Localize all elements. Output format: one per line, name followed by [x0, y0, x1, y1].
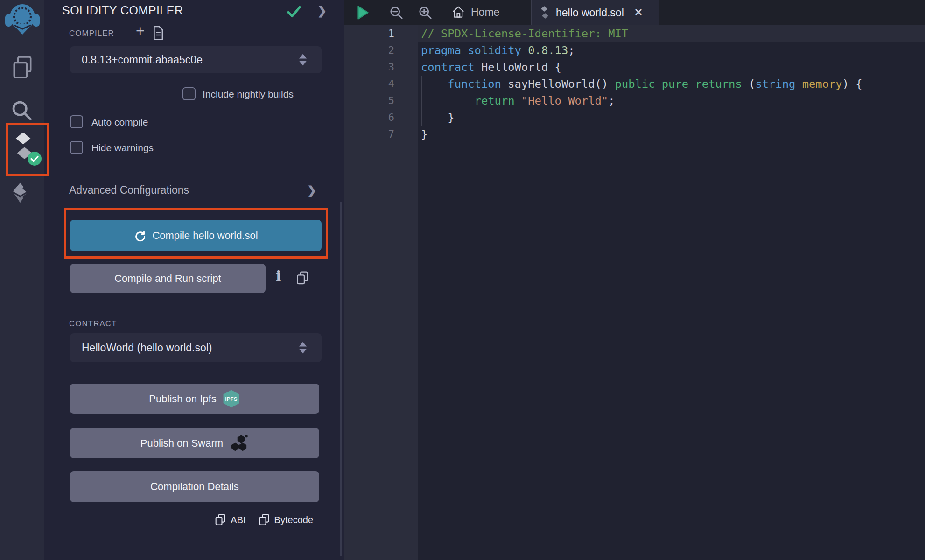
info-icon[interactable]: i: [276, 268, 281, 284]
compile-and-run-button[interactable]: Compile and Run script: [70, 264, 266, 293]
code-lines[interactable]: // SPDX-License-Identifier: MITpragma so…: [418, 25, 862, 143]
zoom-in-button[interactable]: [418, 5, 433, 22]
code-line[interactable]: pragma solidity 0.8.13;: [421, 42, 862, 59]
line-number[interactable]: 7: [344, 126, 394, 143]
compile-button[interactable]: Compile hello world.sol: [70, 220, 322, 251]
compiler-doc-button[interactable]: [152, 26, 164, 42]
solidity-file-icon: [540, 6, 549, 20]
advanced-chevron-icon[interactable]: ❯: [307, 184, 316, 197]
compiler-section-label: COMPILER: [69, 29, 114, 38]
code-line[interactable]: return "Hello World";: [421, 92, 862, 109]
zoom-in-icon: [418, 5, 433, 21]
panel-title: SOLIDITY COMPILER: [62, 4, 183, 17]
home-icon: [451, 5, 465, 19]
solidity-compiler-panel: SOLIDITY COMPILER ❯ COMPILER + 0.8.13+co…: [44, 0, 344, 560]
remix-ide-window: SOLIDITY COMPILER ❯ COMPILER + 0.8.13+co…: [0, 0, 925, 560]
line-number[interactable]: 5: [344, 92, 394, 109]
search-button[interactable]: [9, 98, 35, 123]
advanced-configurations-toggle[interactable]: Advanced Configurations: [69, 184, 189, 196]
check-icon: [286, 5, 302, 19]
code-line[interactable]: function sayHelloWorld() public pure ret…: [421, 76, 862, 92]
abi-bytecode-row: ABI Bytecode: [214, 513, 313, 526]
compiled-check: [286, 5, 302, 21]
remix-logo-icon: [5, 2, 40, 35]
include-nightly-checkbox[interactable]: [182, 87, 196, 100]
contract-select-value: HelloWorld (hello world.sol): [82, 342, 212, 354]
auto-compile-checkbox[interactable]: [70, 115, 83, 128]
swarm-icon: [229, 434, 249, 453]
editor-tabbar: Home hello world.sol ✕: [344, 0, 925, 25]
compiler-version-value: 0.8.13+commit.abaa5c0e: [82, 54, 203, 66]
publish-swarm-button[interactable]: Publish on Swarm: [70, 428, 319, 458]
zoom-out-icon: [389, 5, 404, 21]
contract-section-label: CONTRACT: [69, 319, 117, 329]
tab-home-label: Home: [471, 6, 499, 19]
code-line[interactable]: }: [421, 126, 862, 143]
line-number[interactable]: 3: [344, 59, 394, 76]
abi-label: ABI: [231, 515, 245, 525]
tab-home[interactable]: Home: [451, 5, 499, 19]
publish-ipfs-button[interactable]: Publish on Ipfs IPFS: [70, 384, 319, 414]
tab-file-label: hello world.sol: [556, 7, 624, 19]
file-explorer-button[interactable]: [10, 54, 35, 81]
copy-run-script-button[interactable]: [295, 271, 309, 287]
tab-hello-world-sol[interactable]: hello world.sol ✕: [531, 0, 659, 25]
document-icon: [152, 26, 164, 41]
activity-bar: [0, 0, 45, 560]
bytecode-label: Bytecode: [274, 515, 313, 525]
search-icon: [10, 98, 34, 123]
play-icon: [356, 5, 370, 21]
editor-area: Home hello world.sol ✕ 1234567 // SPDX-L…: [344, 0, 925, 560]
zoom-out-button[interactable]: [389, 5, 404, 22]
remix-logo[interactable]: [4, 2, 41, 35]
refresh-icon: [133, 229, 146, 242]
add-compiler-plus-icon[interactable]: +: [136, 22, 145, 40]
auto-compile-label: Auto compile: [91, 117, 148, 128]
contract-select[interactable]: HelloWorld (hello world.sol): [70, 333, 322, 362]
deploy-run-icon: [10, 182, 34, 204]
panel-collapse-chevron-icon[interactable]: ❯: [317, 4, 327, 17]
code-line[interactable]: contract HelloWorld {: [421, 59, 862, 76]
line-number[interactable]: 4: [344, 76, 394, 92]
file-explorer-icon: [11, 55, 34, 81]
copy-icon: [295, 271, 309, 286]
copy-bytecode-button[interactable]: Bytecode: [258, 513, 313, 526]
compile-button-label: Compile hello world.sol: [152, 230, 258, 242]
check-badge-icon: [27, 151, 42, 166]
line-number[interactable]: 2: [344, 42, 394, 59]
compilation-details-button[interactable]: Compilation Details: [70, 471, 319, 502]
hide-warnings-label: Hide warnings: [91, 142, 154, 154]
run-script-button[interactable]: [356, 5, 370, 22]
copy-icon: [258, 513, 270, 526]
copy-abi-button[interactable]: ABI: [214, 513, 245, 526]
line-number[interactable]: 1: [344, 25, 394, 42]
publish-swarm-label: Publish on Swarm: [140, 437, 223, 449]
compile-success-badge: [27, 151, 42, 166]
deploy-run-button[interactable]: [10, 181, 34, 204]
ipfs-badge-icon: IPFS: [223, 390, 240, 408]
panel-scrollbar[interactable]: [340, 202, 342, 556]
include-nightly-label: Include nightly builds: [203, 89, 294, 100]
compiler-version-select[interactable]: 0.8.13+commit.abaa5c0e: [70, 46, 322, 73]
code-line[interactable]: }: [421, 109, 862, 126]
select-updown-icon: [299, 342, 307, 354]
code-line[interactable]: // SPDX-License-Identifier: MIT: [421, 25, 862, 42]
copy-icon: [214, 513, 226, 526]
line-number[interactable]: 6: [344, 109, 394, 126]
line-numbers: 1234567: [344, 25, 394, 143]
compilation-details-label: Compilation Details: [150, 481, 239, 493]
publish-ipfs-label: Publish on Ipfs: [149, 393, 216, 405]
compile-and-run-label: Compile and Run script: [114, 273, 221, 285]
hide-warnings-checkbox[interactable]: [70, 141, 83, 154]
close-tab-icon[interactable]: ✕: [634, 7, 643, 19]
select-updown-icon: [299, 54, 307, 66]
